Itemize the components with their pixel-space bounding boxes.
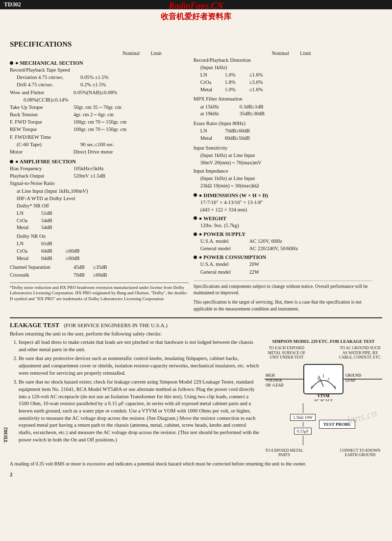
fwd-rew-time-label: F. FWD/REW Time [10,134,74,141]
diagram-bottom-labels: TO EXPOSED METAL PARTS CONNECT TO KNOWN … [265,448,382,458]
wow-flutter-label: Wow and Flutter [10,89,74,96]
snr-on-metal-limit: ≥60dB [66,255,95,262]
mpx-19khz-row: at 19kHz 35dB≥30dB [200,110,372,118]
ffwd-torque-label: F. FWD Torque [10,119,74,126]
pc-usa-row: U.S.A. model 20W [200,261,372,268]
watermark-chinese: 收音机爱好者资料库 [161,12,231,22]
weight-val: 12lbs. 9oz. (5.7kg) [200,222,239,229]
specs-title: SPECIFICATIONS [10,40,382,49]
right-column: Record/Playback Distortion (Input 1kHz) … [194,57,372,312]
erase-table: LN 70dB≥60dB Metal 60dB≥56dB [200,128,372,142]
input-imp-val-row: 23kΩ 19(min)～30(max)kΩ [200,182,372,189]
erase-ratio-row: Erase Ratio (Input 80Hz) [194,120,372,127]
bias-freq-val: 105kHz±5kHz [74,165,189,172]
snr-on-ln-label: LN [17,240,41,248]
input-sens-val-row: 30mV 20(min)～70(max)mV [200,159,372,166]
leakage-final-note: A reading of 0.35 volt RMS or more is ex… [10,461,382,467]
channel-sep-limit: ≥35dB [93,264,107,271]
er-metal-row: Metal 60dB≥56dB [200,135,372,142]
crosstalk-limit: ≥60dB [93,272,107,279]
crosstalk-label: Crosstalk [10,272,74,279]
rd-table: LN 1.0% ≤1.6% CrO₂ 1.8% ≤3.0% Metal 1.0%… [200,72,372,93]
snr-cro2-label: CrO₂ [17,217,41,225]
channel-sep-val: 45dB [74,264,93,271]
mpx-15khz-row: at 15kHz 0.3dB≥1dB [200,103,372,111]
snr-ln-row: LN 51dB [17,210,189,217]
snr-off-table: LN 51dB CrO₂ 54dB Metal 54dB [17,210,189,232]
rd-metal-row: Metal 1.0% ≤1.6% [200,86,372,94]
snr-on-cro2-row: CrO₂ 64dB ≥60dB [17,248,189,255]
mpx-filter-row: MPX Filter Attenuation [194,96,372,103]
record-playback-speed-row: Record/Playback Tape Speed [10,67,189,74]
snr-sub1-row: at Line Input (Input 1kHz,100mV) [17,188,189,195]
drift-row: Drift 4.75 cm/sec. 0.2% ±1.5% [17,81,189,88]
ps-general-val: AC 220/240V, 50/60Hz [249,245,298,252]
er-ln-val: 70dB≥60dB [225,128,250,135]
wow-flutter-val2: 0.08%(CCIR)≤0.14% [24,97,69,103]
watermark-radiofans: RadioFans.CN [169,1,223,11]
input-sens-sub: (Input 1kHz) at Line Input [200,152,255,159]
side-label: TD302 [2,427,8,443]
ffwd-torque-val: 100gr. cm 70～150gr. cm [74,119,189,126]
rd-cro2-limit: ≤3.0% [249,79,279,86]
input-imp-sub: (Input 1kHz) at Line Input [200,175,255,182]
rd-metal-val: 1.0% [225,86,249,94]
dimensions-mm: (443 × 122 × 334 mm) [200,206,247,213]
snr-ln-val: 51dB [41,210,66,217]
mpx-table: at 15kHz 0.3dB≥1dB at 19kHz 35dB≥30dB [200,103,372,118]
crosstalk-val: 70dB [74,272,93,279]
motor-row: Motor Direct Drive motor [10,149,189,155]
rew-torque-label: REW Torque [10,126,74,133]
drift-label: Drift 4.75 cm/sec. [17,81,80,88]
channel-sep-label: Channel Separation [10,264,74,271]
resistor-component: 1.5kΩ 10W [290,414,316,421]
input-impedance-row: Input Impedance [194,168,372,175]
playback-output-label: Playback Output [10,173,74,180]
spec-label: Record/Playback Tape Speed [10,67,70,74]
leakage-section: LEAKAGE TEST (FOR SERVICE ENGINEERS IN T… [10,317,382,467]
input-sens-sub-row: (Input 1kHz) at Line Input [200,152,372,159]
drift-val: 0.2% ±1.5% [80,81,189,88]
bullet-mechanical [10,61,13,65]
nominal-header-right: Nominal [272,51,289,56]
power-supply-header: ● POWER SUPPLY [194,231,372,237]
svg-text:OR +LEAD: OR +LEAD [266,383,284,387]
snr-metal-label: Metal [17,224,41,232]
mechanical-section-header: ● MECHANICAL SECTION [10,60,189,66]
note2: This specification is the target of serv… [194,299,372,312]
capacitor-component: 0.15μF [294,428,312,435]
simpson-label: SIMPSON MODEL 229 ETC. FOR LEAKAGE TEST [272,339,374,344]
limit-header-left: Limit [151,51,162,56]
snr-on-ln-row: LN 61dB [17,240,189,248]
leakage-subtitle: (FOR SERVICE ENGINEERS IN THE U.S.A.) [64,322,168,328]
snr-on-ln-val: 61dB [41,240,66,248]
input-imp-sub-row: (Input 1kHz) at Line Input [200,175,372,182]
snr-sub2-row: IHF-A WTD at Dolby Level [17,195,189,202]
snr-on-metal-val: 64dB [41,255,66,262]
snr-dolby-off-row: Dolby* NR Off [17,203,189,209]
take-up-label: Take Up Torque [10,104,74,111]
meter-svg: VTVM AC SCALE HIGH VOLTAGE OR +LEAD GROU… [265,362,382,401]
snr-cro2-row: CrO₂ 54dB [17,217,189,225]
snr-dolby-off-label: Dolby* NR Off [17,203,49,209]
nominal-header-left: Nominal [122,51,140,56]
dimensions-header: ● DIMENSIONS (W × H × D) [194,192,372,198]
rd-cro2-val: 1.8% [225,79,249,86]
ps-usa-label: U.S.A. model [200,238,249,245]
snr-on-cro2-limit: ≥60dB [66,248,95,255]
rd-cro2-label: CrO₂ [200,79,225,86]
bullet-dimensions [194,193,197,197]
dimensions-mm-row: (443 × 122 × 334 mm) [200,206,372,213]
limit-header-right: Limit [300,51,311,56]
er-metal-val: 60dB≥56dB [225,135,250,142]
weight-header: ● WEIGHT [194,215,372,221]
snr-sub2: IHF-A WTD at Dolby Level [17,195,75,202]
fwd-rew-time-row: F. FWD/REW Time [10,134,189,141]
power-consumption-header: ● POWER CONSUMPTION [194,254,372,260]
leakage-intro: Before returning the unit to the user, p… [10,331,382,336]
rd-ln-label: LN [200,72,225,79]
snr-sub1: at Line Input (Input 1kHz,100mV) [17,188,88,195]
crosstalk-row: Crosstalk 70dB ≥60dB [10,272,189,279]
model-label: TD302 [4,1,21,8]
leakage-step-1: Inspect all lead dress to make certain t… [19,339,260,353]
